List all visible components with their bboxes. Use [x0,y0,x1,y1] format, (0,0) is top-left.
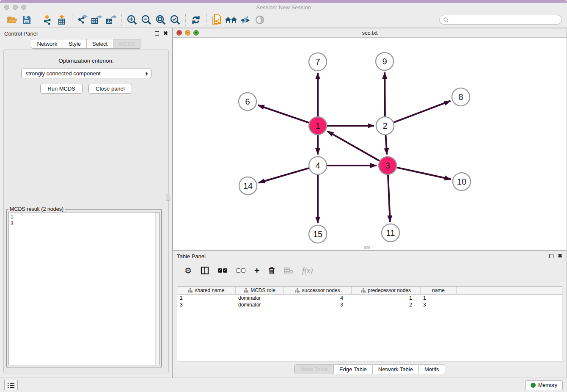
zoom-out-button[interactable] [139,14,154,26]
add-column-icon[interactable]: + [254,266,259,275]
node-label-7: 7 [315,57,320,66]
first-neighbors-button[interactable] [224,14,238,26]
table-row[interactable]: 1dominator411 [177,295,562,301]
column-header-successor-nodes[interactable]: successor nodes [284,287,352,294]
mcds-result-text[interactable]: 1 3 [8,212,160,365]
memory-button[interactable]: Memory [525,380,563,390]
clone-network-button[interactable] [209,14,224,26]
memory-status-icon [531,383,536,388]
edge-1-6[interactable] [258,105,309,122]
sort-icon [361,288,366,293]
column-header-predecessor-nodes[interactable]: predecessor nodes [352,287,421,294]
control-panel-title: Control Panel [4,30,38,37]
network-canvas[interactable]: 7968124314101511 [173,38,567,250]
table-cell[interactable]: 3 [421,301,457,308]
column-header-name[interactable]: name [421,287,457,294]
task-history-button[interactable] [4,380,18,390]
edge-2-9[interactable] [385,72,385,116]
node-label-10: 10 [457,177,466,186]
delete-column-icon[interactable] [268,266,275,275]
tab-motifs[interactable]: Motifs [418,365,445,374]
gear-icon[interactable]: ⚙ [184,266,192,275]
window-title: Session: New Session [0,4,567,11]
edge-3-1[interactable] [328,131,380,161]
tab-style[interactable]: Style [63,39,86,48]
table-panel-header: Table Panel ✖ [173,251,567,262]
titlebar: Session: New Session [0,3,567,12]
control-panel: Control Panel ✖ NetworkStyleSelectMCDS O… [0,28,173,378]
column-header-MCDS-role[interactable]: MCDS role [236,287,284,294]
close-panel-button[interactable]: Close panel [88,84,132,94]
search-input[interactable] [449,17,558,23]
edge-3-10[interactable] [396,168,451,179]
save-session-button[interactable] [19,14,34,26]
search-field[interactable] [439,15,562,25]
show-all-button[interactable] [253,14,267,26]
export-table-button[interactable] [90,14,104,26]
scrollbar[interactable] [155,213,159,365]
close-panel-icon[interactable]: ✖ [163,31,168,36]
edge-2-8[interactable] [394,101,451,122]
houses-icon [224,15,238,25]
tab-mcds[interactable]: MCDS [113,39,140,48]
float-panel-icon[interactable] [549,254,553,258]
table-cell[interactable]: 3 [284,301,352,308]
panel-splitter-handle[interactable] [166,194,170,201]
memory-label: Memory [538,382,557,388]
node-label-3: 3 [385,161,390,170]
delete-table-icon[interactable] [284,266,293,275]
canvas-splitter-handle[interactable] [364,246,370,249]
table-cell[interactable]: 1 [421,295,457,301]
tab-network-table[interactable]: Network Table [372,365,418,374]
zoom-fit-button[interactable] [154,14,168,26]
sort-icon [244,288,248,293]
table-cell[interactable]: 1 [177,295,236,301]
node-label-8: 8 [458,92,463,102]
tab-edge-table[interactable]: Edge Table [333,365,372,374]
node-label-1: 1 [315,121,320,130]
import-network-button[interactable] [40,14,55,26]
node-label-6: 6 [245,97,250,106]
table-row[interactable]: 3dominator323 [177,301,562,308]
table-cell[interactable]: dominator [236,295,284,301]
column-label: predecessor nodes [368,287,411,293]
table-cell[interactable]: 4 [284,295,352,301]
float-panel-icon[interactable] [155,31,159,36]
tab-node-table[interactable]: Node Table [295,365,333,374]
dropdown-stepper-icon: ▲▼ [145,72,149,76]
table-cell[interactable]: 1 [352,295,421,301]
edge-3-11[interactable] [388,175,390,222]
network-view-window: scc.txt ✕ − + 7968124314101511 [173,28,567,251]
deselect-all-icon[interactable] [236,266,245,275]
column-header-shared-name[interactable]: shared name [177,287,236,294]
import-table-button[interactable] [55,14,69,26]
table-cell[interactable]: 3 [177,301,236,308]
toolbar-separator [206,14,206,26]
open-session-button[interactable] [5,14,19,26]
criterion-dropdown[interactable]: strongly connected component ▲▼ [21,69,151,78]
select-all-icon[interactable]: ✓✓ [218,266,227,275]
column-label: shared name [195,287,224,293]
network-graph[interactable]: 7968124314101511 [173,38,567,250]
table-cell[interactable]: 2 [352,301,421,308]
edge-2-3[interactable] [385,135,387,155]
export-image-button[interactable] [104,14,118,26]
export-network-button[interactable] [75,14,90,26]
function-builder-icon[interactable]: f(x) [302,266,313,275]
close-panel-icon[interactable]: ✖ [558,254,562,258]
zoom-in-button[interactable] [125,14,139,26]
eye-disabled-icon [255,15,265,25]
refresh-layout-button[interactable] [189,14,203,26]
edge-4-14[interactable] [259,168,309,183]
zoom-selected-button[interactable] [168,14,182,26]
columns-icon[interactable] [201,266,209,275]
tab-network[interactable]: Network [31,39,63,48]
main-toolbar [0,12,567,28]
tab-select[interactable]: Select [86,39,113,48]
run-mcds-button[interactable]: Run MCDS [40,84,83,94]
node-table[interactable]: shared nameMCDS rolesuccessor nodesprede… [177,286,562,362]
hide-selected-button[interactable] [238,14,253,26]
save-icon [22,15,31,25]
table-cell[interactable]: dominator [236,301,284,308]
node-label-11: 11 [386,228,395,237]
